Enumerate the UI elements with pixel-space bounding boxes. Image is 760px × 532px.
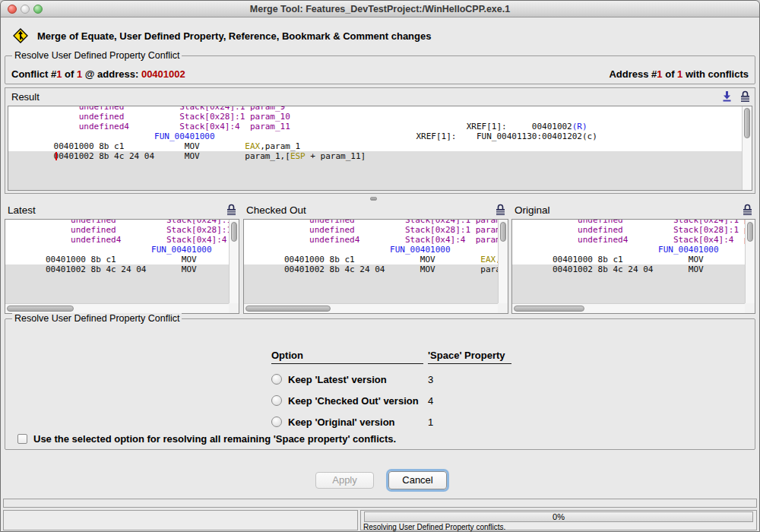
options-table-header: Option 'Space' Property — [271, 350, 511, 364]
latest-panel-header: Latest — [5, 202, 239, 219]
apply-button[interactable]: Apply — [315, 472, 374, 489]
original-vertical-scrollbar[interactable] — [745, 220, 755, 303]
result-panel: Result — [5, 87, 755, 194]
progress-bar: 0% — [364, 511, 753, 522]
address-counter: Address #1 of 1 with conflicts — [609, 68, 749, 80]
merge-tool-window: Merge Tool: Features_DevTestProject:/Win… — [0, 0, 760, 532]
result-vertical-scrollbar[interactable] — [742, 106, 752, 190]
splitter-handle[interactable] — [370, 197, 377, 201]
listing-line: undefined Stack[0x24]:1 param_9 — [8, 106, 742, 112]
option-row-latest: Keep 'Latest' version 3 — [271, 373, 511, 385]
lock-icon[interactable] — [743, 204, 752, 216]
lock-icon[interactable] — [740, 90, 750, 103]
result-listing[interactable]: undefined Stack[0x24]:1 param_9 undefine… — [8, 106, 742, 190]
listing-line: 00401002 8b 4c 24 04 MOV param_1,[ESP + … — [5, 264, 229, 274]
option-row-checked-out: Keep 'Checked Out' version 4 — [271, 394, 511, 407]
conflict-info-box: Resolve User Defined Property Conflict C… — [5, 55, 755, 84]
checked-out-horizontal-scrollbar[interactable] — [244, 303, 498, 313]
listing-line: 00401000 8b c1 MOV EAX,param_1 — [5, 255, 229, 264]
result-listing-frame: undefined Stack[0x24]:1 param_9 undefine… — [8, 106, 752, 191]
scrollbar-corner — [745, 303, 755, 313]
latest-panel-title: Latest — [8, 204, 36, 216]
scrollbar-thumb[interactable] — [744, 108, 750, 138]
listing-line: undefined4 Stack[0x4]:4 param_11 — [244, 235, 498, 245]
use-for-all-label: Use the selected option for resolving al… — [33, 433, 396, 445]
latest-listing-frame: undefined Stack[0x24]:1 param_9 undefine… — [5, 219, 239, 314]
checked-out-listing[interactable]: undefined Stack[0x24]:1 param_9 undefine… — [244, 220, 498, 303]
listing-line: undefined Stack[0x28]:1 param_10 — [244, 225, 498, 235]
result-panel-title: Result — [11, 91, 40, 103]
original-panel-header: Original — [511, 202, 755, 219]
checked-out-panel-header: Checked Out — [243, 202, 508, 219]
listing-line: undefined Stack[0x24]:1 param_9 — [5, 220, 229, 225]
listing-line: FUN_00401000 — [512, 245, 745, 255]
listing-line: undefined Stack[0x24]:1 param_9 — [244, 220, 498, 225]
banner-text: Merge of Equate, User Defined Property, … — [37, 30, 431, 42]
keep-original-radio[interactable] — [271, 416, 282, 427]
space-property-column-header: 'Space' Property — [428, 350, 511, 364]
listing-line: undefined Stack[0x28]:1 param_10 — [8, 112, 742, 122]
checked-out-listing-frame: undefined Stack[0x24]:1 param_9 undefine… — [243, 219, 508, 314]
listing-line: 00401002 8b 4c 24 04 MOV param_1,[ESP + … — [244, 264, 498, 274]
use-for-all-row: Use the selected option for resolving al… — [17, 433, 396, 445]
cancel-button[interactable]: Cancel — [388, 471, 447, 489]
merge-sign-icon — [13, 28, 28, 43]
merge-banner: Merge of Equate, User Defined Property, … — [13, 27, 431, 45]
scrollbar-thumb[interactable] — [500, 222, 506, 242]
message-strip — [3, 499, 757, 508]
keep-checked-out-radio[interactable] — [271, 395, 282, 406]
scrollbar-thumb[interactable] — [514, 306, 584, 312]
latest-horizontal-scrollbar[interactable] — [5, 303, 229, 313]
scrollbar-corner — [498, 303, 508, 313]
minimize-button[interactable] — [21, 5, 30, 14]
original-listing-frame: undefined Stack[0x24]:1 param_9 undefine… — [511, 219, 755, 314]
checked-out-space-value: 4 — [428, 395, 511, 407]
keep-latest-label: Keep 'Latest' version — [288, 374, 387, 385]
lock-icon[interactable] — [226, 204, 236, 216]
window-title: Merge Tool: Features_DevTestProject:/Win… — [54, 1, 706, 17]
listing-line: 00401000 8b c1 MOV EAX,param_1 — [512, 255, 745, 264]
scrollbar-thumb[interactable] — [245, 306, 331, 312]
checked-out-panel-title: Checked Out — [246, 204, 306, 216]
resolve-options-box-title: Resolve User Defined Property Conflict — [12, 313, 182, 324]
listing-line: FUN_00401000 XREF[1]: FUN_00401130:00401… — [8, 131, 742, 141]
scroll-to-bottom-icon[interactable] — [721, 90, 733, 103]
conflict-counter: Conflict #1 of 1 @ address: 00401002 — [11, 68, 185, 80]
result-panel-header: Result — [5, 88, 755, 106]
scrollbar-thumb[interactable] — [7, 306, 74, 312]
listing-line: undefined Stack[0x24]:1 param_9 — [512, 220, 745, 225]
option-column-header: Option — [271, 350, 423, 364]
use-for-all-checkbox[interactable] — [17, 434, 27, 444]
close-button[interactable] — [8, 5, 17, 14]
conflict-box-title: Resolve User Defined Property Conflict — [12, 50, 182, 61]
checked-out-vertical-scrollbar[interactable] — [498, 220, 508, 303]
scrollbar-thumb[interactable] — [747, 222, 753, 242]
listing-line: undefined Stack[0x28]:1 param_10 — [512, 225, 745, 235]
listing-line: 00401000 8b c1 MOV EAX,param_1 — [8, 141, 742, 151]
scrollbar-thumb[interactable] — [231, 222, 237, 242]
listing-line: FUN_00401000 — [244, 245, 498, 255]
original-space-value: 1 — [428, 416, 511, 428]
latest-panel: Latest undefined Stack[0x24]:1 param_9 u… — [5, 202, 239, 314]
resolve-options-box: Resolve User Defined Property Conflict O… — [5, 318, 755, 450]
status-right-panel: 0% Resolving User Defined Property confl… — [360, 510, 757, 530]
keep-original-label: Keep 'Original' version — [288, 416, 395, 428]
titlebar[interactable]: Merge Tool: Features_DevTestProject:/Win… — [1, 1, 759, 17]
options-table: Option 'Space' Property Keep 'Latest' ve… — [271, 350, 511, 428]
listing-line: 00401000 8b c1 MOV EAX,param_1 — [244, 255, 498, 264]
checked-out-panel: Checked Out undefined Stack[0x24]:1 para… — [243, 202, 508, 314]
zoom-button[interactable] — [33, 5, 43, 14]
latest-listing[interactable]: undefined Stack[0x24]:1 param_9 undefine… — [5, 220, 229, 303]
latest-vertical-scrollbar[interactable] — [229, 220, 239, 303]
original-listing[interactable]: undefined Stack[0x24]:1 param_9 undefine… — [512, 220, 745, 303]
keep-latest-radio[interactable] — [271, 374, 282, 385]
option-row-original: Keep 'Original' version 1 — [271, 416, 511, 428]
original-horizontal-scrollbar[interactable] — [512, 303, 745, 313]
listing-line: FUN_00401000 — [5, 245, 229, 255]
listing-line: 00401002 8b 4c 24 04 MOV param_1,[ESP + … — [8, 151, 742, 161]
lock-icon[interactable] — [496, 204, 505, 216]
latest-space-value: 3 — [428, 374, 511, 385]
listing-line: undefined4 Stack[0x4]:4 param_11 — [5, 235, 229, 245]
listing-line: undefined Stack[0x28]:1 param_10 — [5, 225, 229, 235]
listing-line: undefined4 Stack[0x4]:4 param_11 XREF[1]… — [8, 122, 742, 131]
